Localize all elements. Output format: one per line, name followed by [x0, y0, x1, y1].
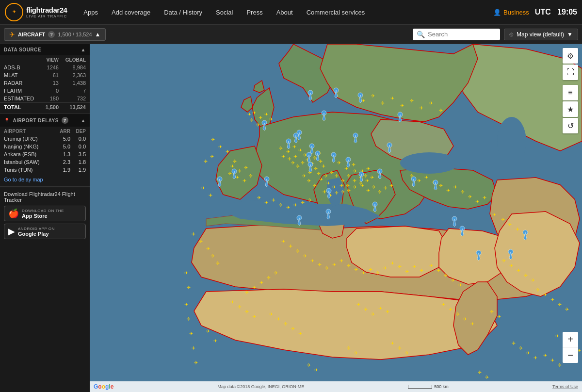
nav-social[interactable]: Social: [209, 0, 240, 25]
collapse-button[interactable]: ▲: [81, 47, 86, 52]
svg-text:✈: ✈: [267, 275, 271, 280]
airport-row-saw[interactable]: Istanbul (SAW) 2.3 1.8: [0, 158, 90, 166]
svg-text:✈: ✈: [272, 197, 275, 203]
svg-text:✈: ✈: [235, 175, 239, 180]
svg-text:✈: ✈: [242, 178, 246, 183]
svg-text:✈: ✈: [298, 147, 302, 153]
airport-col-header: AIRPORT: [4, 129, 55, 134]
svg-text:✈: ✈: [352, 162, 356, 167]
svg-text:✈: ✈: [536, 287, 540, 293]
mlat-global: 2,363: [59, 72, 86, 78]
svg-point-22: [497, 117, 526, 165]
svg-text:✈: ✈: [449, 307, 453, 312]
svg-point-23: [400, 152, 458, 174]
refresh-button[interactable]: ↺: [563, 118, 578, 133]
settings-button[interactable]: ⚙: [563, 48, 578, 64]
nav-commercial[interactable]: Commercial services: [300, 0, 372, 25]
data-row-adsb: ADS-B 1246 8,984: [0, 64, 90, 71]
svg-text:✈: ✈: [330, 170, 334, 175]
terms-link[interactable]: Terms of Use: [552, 384, 578, 389]
radar-label: RADAR: [4, 80, 35, 86]
svg-text:✈: ✈: [501, 217, 505, 222]
zoom-out-button[interactable]: −: [563, 347, 578, 363]
svg-text:✈: ✈: [264, 112, 268, 117]
go-to-delay-map-link[interactable]: Go to delay map: [0, 174, 90, 184]
google-play-button[interactable]: ▶ Android App on Google Play: [4, 224, 86, 239]
svg-text:✈: ✈: [378, 189, 382, 195]
svg-text:✈: ✈: [446, 188, 450, 193]
section-controls: ▲: [81, 47, 86, 52]
svg-text:✈: ✈: [206, 246, 210, 251]
search-icon: 🔍: [417, 31, 425, 38]
svg-text:✈: ✈: [279, 146, 283, 151]
nav-add-coverage[interactable]: Add coverage: [105, 0, 157, 25]
airport-collapse-button[interactable]: ▲: [81, 118, 86, 123]
svg-text:✈: ✈: [417, 178, 421, 183]
airport-delays-header: 📍 AIRPORT DELAYS ? ▲: [0, 114, 90, 127]
nav-right: 👤 Business UTC 19:05: [493, 8, 577, 16]
search-input[interactable]: [428, 31, 496, 38]
star-button[interactable]: ★: [563, 101, 578, 117]
data-row-mlat: MLAT 61 2,363: [0, 71, 90, 79]
filter-button[interactable]: ≡: [563, 85, 578, 100]
svg-text:✈: ✈: [314, 367, 318, 373]
svg-text:✈: ✈: [204, 159, 208, 164]
airport-row-urc[interactable]: Urumqi (URC) 5.0 0.0: [0, 135, 90, 143]
scale-bar: 500 km: [408, 384, 449, 389]
map-area[interactable]: ✈✈✈ ✈✈✈ ✈✈✈ ✈✈✈ ✈✈✈ ✈✈✈ ✈✈✈ ✈✈✈ ✈✈✈ ✈✈✈ …: [90, 44, 582, 392]
svg-text:✈: ✈: [383, 265, 387, 271]
svg-text:✈: ✈: [412, 264, 416, 269]
nav-press[interactable]: Press: [240, 0, 269, 25]
airport-row-tun[interactable]: Tunis (TUN) 1.9 1.9: [0, 166, 90, 174]
chevron-down-icon: ▼: [567, 31, 573, 38]
svg-text:✈: ✈: [293, 202, 297, 208]
svg-text:✈: ✈: [291, 160, 295, 165]
svg-text:✈: ✈: [216, 261, 220, 266]
airport-info-icon[interactable]: ?: [62, 117, 68, 124]
nav-apps[interactable]: Apps: [77, 0, 105, 25]
nav-about[interactable]: About: [270, 0, 300, 25]
app-buttons: 🍎 Download on the App Store ▶ Android Ap…: [4, 206, 86, 239]
tun-arr: 1.9: [55, 167, 70, 173]
svg-text:✈: ✈: [453, 184, 457, 190]
info-icon[interactable]: ?: [48, 31, 55, 38]
svg-text:✈: ✈: [293, 154, 297, 159]
svg-text:✈: ✈: [347, 345, 351, 351]
svg-text:✈: ✈: [291, 326, 295, 331]
svg-text:✈: ✈: [325, 265, 329, 271]
svg-text:✈: ✈: [366, 188, 370, 193]
airport-row-nkg[interactable]: Nanjing (NKG) 5.0 0.0: [0, 143, 90, 150]
aircraft-toggle[interactable]: ✈ AIRCRAFT ? 1,500 / 13,524 ▲: [4, 28, 106, 41]
svg-text:✈: ✈: [347, 173, 351, 179]
map-view-button[interactable]: ◎ Map view (default) ▼: [504, 29, 578, 40]
utc-label: UTC: [535, 8, 551, 16]
svg-text:✈: ✈: [252, 285, 256, 290]
svg-text:✈: ✈: [187, 316, 191, 322]
total-view: 1,500: [35, 104, 59, 110]
svg-text:✈: ✈: [286, 205, 290, 210]
svg-text:✈: ✈: [250, 117, 254, 123]
svg-text:✈: ✈: [324, 173, 328, 179]
svg-text:✈: ✈: [238, 168, 242, 174]
zoom-in-button[interactable]: +: [563, 332, 578, 347]
svg-text:✈: ✈: [509, 263, 513, 268]
svg-text:✈: ✈: [211, 253, 215, 259]
svg-text:✈: ✈: [296, 248, 300, 254]
adsb-global: 8,984: [59, 65, 86, 70]
fullscreen-button[interactable]: ⛶: [563, 65, 578, 80]
svg-text:✈: ✈: [209, 193, 212, 198]
app-store-button[interactable]: 🍎 Download on the App Store: [4, 206, 86, 221]
data-row-radar: RADAR 13 1,438: [0, 79, 90, 87]
nav-data-history[interactable]: Data / History: [157, 0, 209, 25]
business-label: Business: [503, 9, 529, 16]
app-store-name: App Store: [22, 213, 64, 219]
svg-text:✈: ✈: [519, 345, 523, 351]
business-button[interactable]: 👤 Business: [493, 9, 529, 16]
svg-text:✈: ✈: [386, 309, 389, 314]
logo-area[interactable]: ✈ flightradar24 LIVE AIR TRAFFIC: [5, 3, 67, 21]
svg-text:✈: ✈: [296, 163, 300, 169]
svg-text:✈: ✈: [405, 350, 409, 356]
flarm-label: FLARM: [4, 88, 35, 94]
airport-row-esb[interactable]: Ankara (ESB) 1.3 3.5: [0, 150, 90, 158]
svg-text:✈: ✈: [192, 231, 195, 237]
